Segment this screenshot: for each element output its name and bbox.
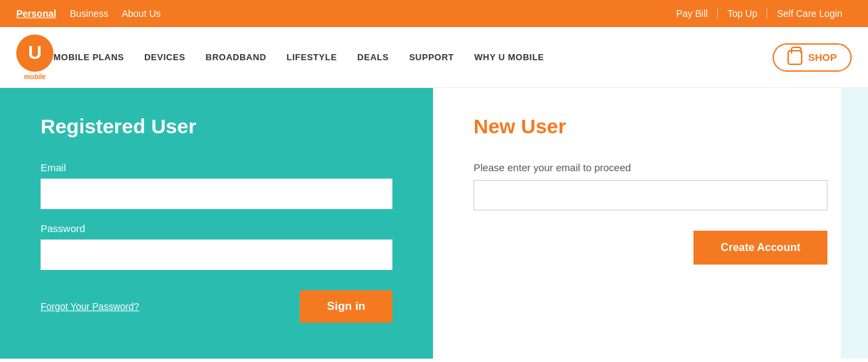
nav-lifestyle[interactable]: LIFESTYLE — [287, 52, 338, 62]
shop-label: SHOP — [808, 51, 837, 63]
content-area: Registered User Email Password Forgot Yo… — [0, 88, 868, 359]
forgot-password-link[interactable]: Forgot Your Password? — [41, 301, 139, 312]
password-input[interactable] — [41, 240, 392, 270]
main-nav: U mobile MOBILE PLANS DEVICES BROADBAND … — [0, 27, 868, 88]
business-link[interactable]: Business — [70, 8, 108, 19]
shop-bag-icon — [787, 50, 802, 65]
nav-support[interactable]: SUPPORT — [409, 52, 454, 62]
nav-links: MOBILE PLANS DEVICES BROADBAND LIFESTYLE… — [53, 52, 773, 62]
sign-in-button[interactable]: Sign in — [300, 290, 392, 323]
shop-button[interactable]: SHOP — [773, 43, 852, 72]
topup-link[interactable]: Top Up — [718, 8, 767, 19]
about-link[interactable]: About Us — [122, 8, 161, 19]
email-form-group: Email — [41, 162, 392, 209]
form-actions: Forgot Your Password? Sign in — [41, 290, 392, 323]
top-bar-left: Personal Business About Us — [16, 8, 161, 19]
email-label: Email — [41, 162, 392, 173]
email-input[interactable] — [41, 179, 392, 209]
nav-mobile-plans[interactable]: MOBILE PLANS — [53, 52, 124, 62]
nav-broadband[interactable]: BROADBAND — [206, 52, 267, 62]
password-label: Password — [41, 223, 392, 234]
new-user-prompt: Please enter your email to proceed — [474, 162, 827, 173]
registered-user-panel: Registered User Email Password Forgot Yo… — [0, 88, 433, 359]
registered-user-title: Registered User — [41, 115, 392, 138]
top-bar: Personal Business About Us Pay Bill Top … — [0, 0, 868, 27]
logo-u-icon: U — [16, 35, 53, 72]
selfcare-link[interactable]: Self Care Login — [767, 8, 852, 19]
logo-area[interactable]: U mobile — [16, 35, 53, 81]
create-account-button[interactable]: Create Account — [693, 231, 827, 265]
new-user-panel: New User Please enter your email to proc… — [433, 88, 868, 359]
new-user-title: New User — [474, 115, 827, 138]
personal-link[interactable]: Personal — [16, 8, 56, 19]
new-user-email-input[interactable] — [474, 180, 827, 210]
top-bar-right: Pay Bill Top Up Self Care Login — [666, 8, 852, 19]
paybill-link[interactable]: Pay Bill — [666, 8, 718, 19]
logo-text: mobile — [24, 73, 45, 81]
nav-devices[interactable]: DEVICES — [144, 52, 185, 62]
nav-why-u-mobile[interactable]: WHY U MOBILE — [474, 52, 544, 62]
nav-deals[interactable]: DEALS — [357, 52, 389, 62]
password-form-group: Password — [41, 223, 392, 270]
